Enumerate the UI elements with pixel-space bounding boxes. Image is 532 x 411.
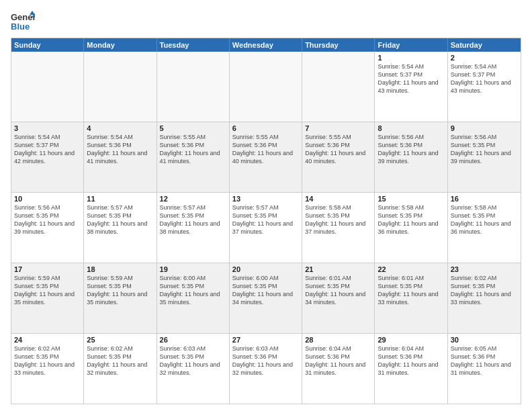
day-info: Sunrise: 6:01 AM Sunset: 5:35 PM Dayligh… — [378, 274, 444, 307]
calendar-cell: 14Sunrise: 5:58 AM Sunset: 5:35 PM Dayli… — [302, 193, 375, 263]
calendar-cell — [230, 52, 302, 122]
calendar-cell: 3Sunrise: 5:54 AM Sunset: 5:37 PM Daylig… — [11, 122, 84, 192]
calendar-cell: 25Sunrise: 6:02 AM Sunset: 5:35 PM Dayli… — [84, 334, 157, 404]
calendar-cell: 18Sunrise: 5:59 AM Sunset: 5:35 PM Dayli… — [84, 263, 157, 333]
calendar-cell: 8Sunrise: 5:56 AM Sunset: 5:36 PM Daylig… — [375, 122, 447, 192]
calendar-cell — [302, 52, 375, 122]
calendar-cell: 30Sunrise: 6:05 AM Sunset: 5:36 PM Dayli… — [448, 334, 521, 404]
calendar-week: 3Sunrise: 5:54 AM Sunset: 5:37 PM Daylig… — [11, 122, 521, 192]
day-info: Sunrise: 5:59 AM Sunset: 5:35 PM Dayligh… — [87, 274, 153, 307]
day-info: Sunrise: 6:05 AM Sunset: 5:36 PM Dayligh… — [451, 345, 518, 377]
day-number: 5 — [160, 124, 226, 132]
day-number: 8 — [378, 124, 444, 132]
day-info: Sunrise: 5:55 AM Sunset: 5:36 PM Dayligh… — [160, 133, 226, 166]
day-info: Sunrise: 5:57 AM Sunset: 5:35 PM Dayligh… — [232, 203, 299, 236]
day-number: 15 — [378, 195, 444, 203]
day-info: Sunrise: 5:56 AM Sunset: 5:35 PM Dayligh… — [451, 133, 518, 166]
day-number: 14 — [305, 195, 371, 203]
day-info: Sunrise: 6:00 AM Sunset: 5:35 PM Dayligh… — [160, 274, 226, 307]
logo: General Blue — [11, 9, 35, 34]
calendar-cell: 26Sunrise: 6:03 AM Sunset: 5:35 PM Dayli… — [157, 334, 230, 404]
day-info: Sunrise: 5:58 AM Sunset: 5:35 PM Dayligh… — [451, 203, 518, 236]
day-info: Sunrise: 5:54 AM Sunset: 5:37 PM Dayligh… — [378, 62, 444, 95]
day-info: Sunrise: 5:57 AM Sunset: 5:35 PM Dayligh… — [87, 203, 153, 236]
calendar-week: 17Sunrise: 5:59 AM Sunset: 5:35 PM Dayli… — [11, 263, 521, 333]
day-number: 13 — [232, 195, 299, 203]
day-number: 4 — [87, 124, 153, 132]
calendar-cell: 12Sunrise: 5:57 AM Sunset: 5:35 PM Dayli… — [157, 193, 230, 263]
day-number: 1 — [378, 54, 444, 62]
day-number: 24 — [14, 336, 81, 344]
day-info: Sunrise: 6:04 AM Sunset: 5:36 PM Dayligh… — [378, 345, 444, 377]
calendar-cell: 19Sunrise: 6:00 AM Sunset: 5:35 PM Dayli… — [157, 263, 230, 333]
header: General Blue — [11, 7, 521, 34]
calendar-cell — [157, 52, 230, 122]
cal-header-day: Thursday — [302, 38, 375, 52]
calendar-cell: 1Sunrise: 5:54 AM Sunset: 5:37 PM Daylig… — [375, 52, 447, 122]
day-info: Sunrise: 5:58 AM Sunset: 5:35 PM Dayligh… — [305, 203, 371, 236]
calendar-cell: 29Sunrise: 6:04 AM Sunset: 5:36 PM Dayli… — [375, 334, 447, 404]
cal-header-day: Saturday — [448, 38, 521, 52]
logo-icon: General Blue — [11, 9, 35, 34]
day-number: 19 — [160, 265, 226, 273]
day-info: Sunrise: 6:00 AM Sunset: 5:35 PM Dayligh… — [232, 274, 299, 307]
day-number: 18 — [87, 265, 153, 273]
day-info: Sunrise: 5:59 AM Sunset: 5:35 PM Dayligh… — [14, 274, 81, 307]
day-info: Sunrise: 5:58 AM Sunset: 5:35 PM Dayligh… — [378, 203, 444, 236]
calendar: SundayMondayTuesdayWednesdayThursdayFrid… — [11, 38, 521, 404]
day-info: Sunrise: 5:54 AM Sunset: 5:37 PM Dayligh… — [451, 62, 518, 95]
day-number: 22 — [378, 265, 444, 273]
day-info: Sunrise: 5:55 AM Sunset: 5:36 PM Dayligh… — [232, 133, 299, 166]
day-number: 23 — [451, 265, 518, 273]
day-number: 25 — [87, 336, 153, 344]
calendar-cell: 7Sunrise: 5:55 AM Sunset: 5:36 PM Daylig… — [302, 122, 375, 192]
day-info: Sunrise: 5:55 AM Sunset: 5:36 PM Dayligh… — [305, 133, 371, 166]
calendar-week: 1Sunrise: 5:54 AM Sunset: 5:37 PM Daylig… — [11, 52, 521, 122]
calendar-cell — [11, 52, 84, 122]
calendar-header: SundayMondayTuesdayWednesdayThursdayFrid… — [11, 38, 521, 52]
day-number: 30 — [451, 336, 518, 344]
calendar-cell: 24Sunrise: 6:02 AM Sunset: 5:35 PM Dayli… — [11, 334, 84, 404]
calendar-cell: 22Sunrise: 6:01 AM Sunset: 5:35 PM Dayli… — [375, 263, 447, 333]
day-number: 11 — [87, 195, 153, 203]
day-number: 7 — [305, 124, 371, 132]
day-info: Sunrise: 6:02 AM Sunset: 5:35 PM Dayligh… — [451, 274, 518, 307]
cal-header-day: Sunday — [11, 38, 84, 52]
day-number: 10 — [14, 195, 81, 203]
day-number: 6 — [232, 124, 299, 132]
day-number: 20 — [232, 265, 299, 273]
day-info: Sunrise: 5:56 AM Sunset: 5:36 PM Dayligh… — [378, 133, 444, 166]
day-info: Sunrise: 6:03 AM Sunset: 5:35 PM Dayligh… — [160, 345, 226, 377]
day-info: Sunrise: 6:01 AM Sunset: 5:35 PM Dayligh… — [305, 274, 371, 307]
day-info: Sunrise: 5:54 AM Sunset: 5:36 PM Dayligh… — [87, 133, 153, 166]
calendar-cell: 10Sunrise: 5:56 AM Sunset: 5:35 PM Dayli… — [11, 193, 84, 263]
calendar-cell: 16Sunrise: 5:58 AM Sunset: 5:35 PM Dayli… — [448, 193, 521, 263]
calendar-cell: 28Sunrise: 6:04 AM Sunset: 5:36 PM Dayli… — [302, 334, 375, 404]
day-number: 2 — [451, 54, 518, 62]
day-info: Sunrise: 5:57 AM Sunset: 5:35 PM Dayligh… — [160, 203, 226, 236]
day-info: Sunrise: 6:02 AM Sunset: 5:35 PM Dayligh… — [87, 345, 153, 377]
day-info: Sunrise: 6:02 AM Sunset: 5:35 PM Dayligh… — [14, 345, 81, 377]
day-number: 26 — [160, 336, 226, 344]
day-info: Sunrise: 6:03 AM Sunset: 5:36 PM Dayligh… — [232, 345, 299, 377]
calendar-cell: 11Sunrise: 5:57 AM Sunset: 5:35 PM Dayli… — [84, 193, 157, 263]
calendar-cell: 23Sunrise: 6:02 AM Sunset: 5:35 PM Dayli… — [448, 263, 521, 333]
day-number: 3 — [14, 124, 81, 132]
calendar-cell: 6Sunrise: 5:55 AM Sunset: 5:36 PM Daylig… — [230, 122, 302, 192]
day-number: 16 — [451, 195, 518, 203]
day-number: 28 — [305, 336, 371, 344]
calendar-cell: 9Sunrise: 5:56 AM Sunset: 5:35 PM Daylig… — [448, 122, 521, 192]
calendar-body: 1Sunrise: 5:54 AM Sunset: 5:37 PM Daylig… — [11, 52, 521, 404]
calendar-cell: 15Sunrise: 5:58 AM Sunset: 5:35 PM Dayli… — [375, 193, 447, 263]
day-info: Sunrise: 6:04 AM Sunset: 5:36 PM Dayligh… — [305, 345, 371, 377]
calendar-cell — [84, 52, 157, 122]
day-number: 29 — [378, 336, 444, 344]
day-info: Sunrise: 5:56 AM Sunset: 5:35 PM Dayligh… — [14, 203, 81, 236]
day-number: 9 — [451, 124, 518, 132]
calendar-cell: 4Sunrise: 5:54 AM Sunset: 5:36 PM Daylig… — [84, 122, 157, 192]
calendar-week: 24Sunrise: 6:02 AM Sunset: 5:35 PM Dayli… — [11, 333, 521, 404]
cal-header-day: Wednesday — [230, 38, 302, 52]
calendar-cell: 5Sunrise: 5:55 AM Sunset: 5:36 PM Daylig… — [157, 122, 230, 192]
calendar-week: 10Sunrise: 5:56 AM Sunset: 5:35 PM Dayli… — [11, 192, 521, 263]
cal-header-day: Monday — [84, 38, 157, 52]
